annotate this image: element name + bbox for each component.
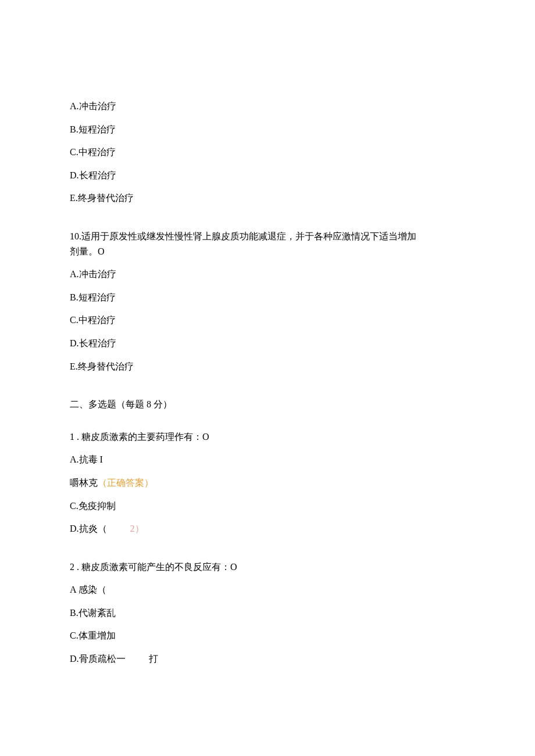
mq2-option-b: B.代谢紊乱 [70, 605, 465, 621]
mq1-option-b-text: 嚼林克 [70, 478, 98, 488]
q10-option-b: B.短程治疗 [70, 290, 465, 305]
mq1-option-d: D.抗炎（2） [70, 521, 465, 536]
q9-option-d: D.长程治疗 [70, 168, 465, 183]
multi-question-1: 1 . 糖皮质激素的主要药理作有：O A.抗毒 I 嚼林克（正确答案） C.免疫… [70, 429, 465, 536]
section-2-heading: 二、多选题（每题 8 分） [70, 397, 465, 412]
q9-option-c: C.中程治疗 [70, 145, 465, 160]
q10-text: 10.适用于原发性或继发性慢性肾上腺皮质功能减退症，并于各种应激情况下适当增加 … [70, 229, 465, 259]
mq2-option-d-suffix: 打 [149, 654, 158, 664]
mq2-option-c: C.体重增加 [70, 628, 465, 643]
mq1-option-b: 嚼林克（正确答案） [70, 475, 465, 490]
q9-option-e: E.终身替代治疗 [70, 191, 465, 206]
mq1-option-d-suffix: 2） [130, 524, 144, 533]
mq2-text: 2 . 糖皮质激素可能产生的不良反应有：O [70, 560, 465, 575]
mq1-option-a: A.抗毒 I [70, 452, 465, 467]
mq1-option-c: C.免疫抑制 [70, 499, 465, 514]
multi-question-2: 2 . 糖皮质激素可能产生的不良反应有：O A 感染（ B.代谢紊乱 C.体重增… [70, 560, 465, 667]
mq1-option-b-note: （正确答案） [98, 478, 154, 488]
mq1-option-d-prefix: D.抗炎（ [70, 524, 107, 533]
q10-option-c: C.中程治疗 [70, 313, 465, 328]
q10-option-d: D.长程治疗 [70, 336, 465, 351]
question-10: 10.适用于原发性或继发性慢性肾上腺皮质功能减退症，并于各种应激情况下适当增加 … [70, 229, 465, 374]
mq2-option-d: D.骨质疏松一打 [70, 651, 465, 667]
q10-text-line1: 10.适用于原发性或继发性慢性肾上腺皮质功能减退症，并于各种应激情况下适当增加 [70, 231, 416, 241]
q9-option-a: A.冲击治疗 [70, 99, 465, 114]
q10-option-a: A.冲击治疗 [70, 267, 465, 282]
q10-option-e: E.终身替代治疗 [70, 359, 465, 374]
mq1-text: 1 . 糖皮质激素的主要药理作有：O [70, 429, 465, 445]
mq2-option-d-prefix: D.骨质疏松一 [70, 654, 126, 664]
question-9-options: A.冲击治疗 B.短程治疗 C.中程治疗 D.长程治疗 E.终身替代治疗 [70, 99, 465, 206]
mq2-option-a: A 感染（ [70, 582, 465, 597]
q9-option-b: B.短程治疗 [70, 122, 465, 137]
q10-text-line2: 剂量。O [70, 246, 105, 256]
